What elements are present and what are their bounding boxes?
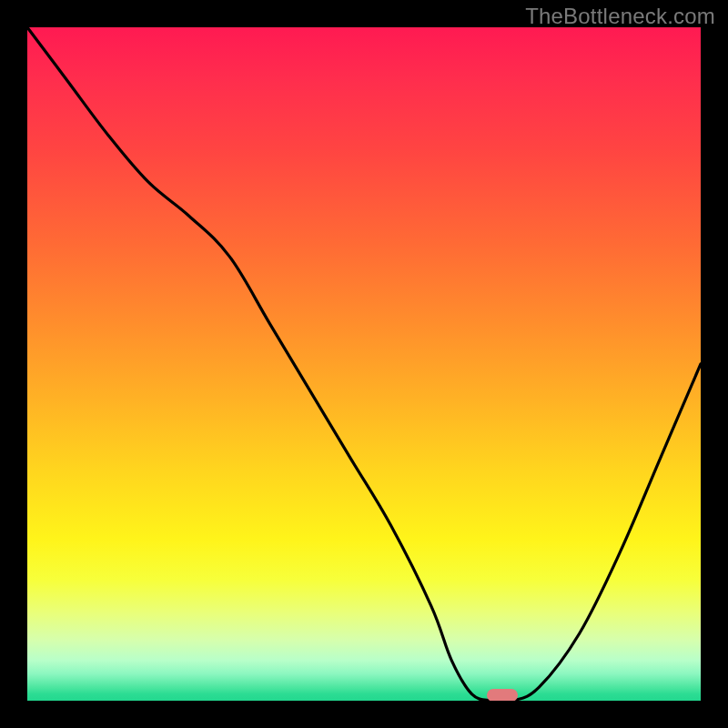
watermark-text: TheBottleneck.com [525, 4, 715, 29]
bottleneck-curve [27, 27, 701, 701]
optimal-point-marker [487, 689, 518, 701]
chart-frame: TheBottleneck.com [0, 0, 728, 728]
plot-area [27, 27, 701, 701]
